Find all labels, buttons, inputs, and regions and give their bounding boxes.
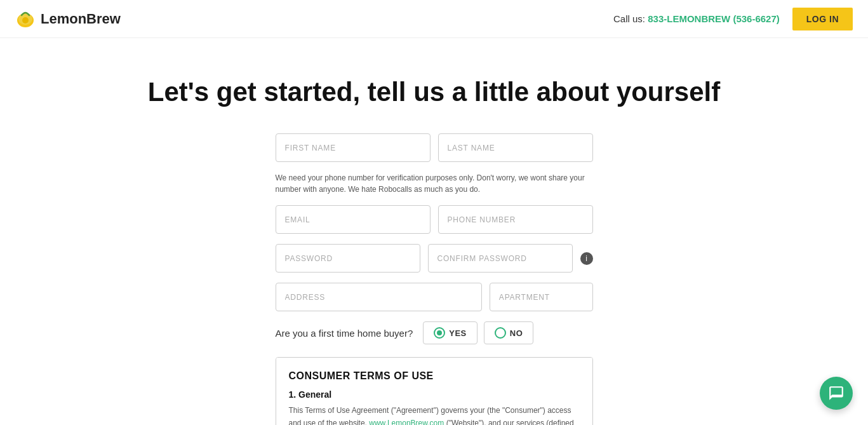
logo-icon <box>15 9 36 29</box>
chat-icon <box>828 385 845 401</box>
page-title: Let's get started, tell us a little abou… <box>142 76 726 108</box>
first-time-row: Are you a first time home buyer? YES NO <box>276 321 593 344</box>
address-field <box>276 283 482 311</box>
header-right: Call us: 833-LEMONBREW (536-6627) LOG IN <box>613 8 853 30</box>
logo-area[interactable]: LemonBrew <box>15 9 121 29</box>
terms-section1-text: This Terms of Use Agreement ("Agreement"… <box>289 405 580 425</box>
last-name-input[interactable] <box>438 133 593 162</box>
email-input[interactable] <box>276 205 431 234</box>
address-input[interactable] <box>276 283 482 311</box>
name-row <box>276 133 593 162</box>
phone-field <box>438 205 593 234</box>
registration-form: We need your phone number for verificati… <box>276 133 593 425</box>
main-content: Let's get started, tell us a little abou… <box>130 38 739 425</box>
no-radio-circle <box>495 327 506 339</box>
logo-text: LemonBrew <box>41 11 121 27</box>
radio-group: YES NO <box>423 321 533 344</box>
apartment-field <box>490 283 593 311</box>
no-radio-button[interactable]: NO <box>484 321 534 344</box>
first-time-label: Are you a first time home buyer? <box>276 328 413 339</box>
address-row <box>276 283 593 311</box>
yes-radio-circle <box>434 327 445 339</box>
yes-label: YES <box>449 328 467 338</box>
no-label: NO <box>510 328 523 338</box>
chat-button[interactable] <box>820 377 853 410</box>
terms-box[interactable]: CONSUMER TERMS OF USE 1. General This Te… <box>276 357 593 425</box>
phone-note: We need your phone number for verificati… <box>276 172 593 195</box>
terms-link[interactable]: www.LemonBrew.com <box>369 419 444 425</box>
svg-point-2 <box>22 17 29 24</box>
yes-radio-button[interactable]: YES <box>423 321 477 344</box>
terms-section1-title: 1. General <box>289 389 580 400</box>
password-info-icon[interactable]: i <box>580 252 593 265</box>
first-name-input[interactable] <box>276 133 431 162</box>
login-button[interactable]: LOG IN <box>792 8 853 30</box>
password-row: i <box>276 244 593 273</box>
confirm-password-input[interactable] <box>428 244 573 273</box>
email-phone-row <box>276 205 593 234</box>
last-name-field <box>438 133 593 162</box>
site-header: LemonBrew Call us: 833-LEMONBREW (536-66… <box>0 0 868 38</box>
confirm-password-field <box>428 244 573 273</box>
apartment-input[interactable] <box>490 283 593 311</box>
first-name-field <box>276 133 431 162</box>
phone-input[interactable] <box>438 205 593 234</box>
call-number: 833-LEMONBREW (536-6627) <box>648 13 780 24</box>
call-label-text: Call us: <box>613 13 645 24</box>
password-field <box>276 244 420 273</box>
terms-title: CONSUMER TERMS OF USE <box>289 370 580 382</box>
call-label: Call us: 833-LEMONBREW (536-6627) <box>613 13 780 24</box>
password-input[interactable] <box>276 244 420 273</box>
email-field <box>276 205 431 234</box>
